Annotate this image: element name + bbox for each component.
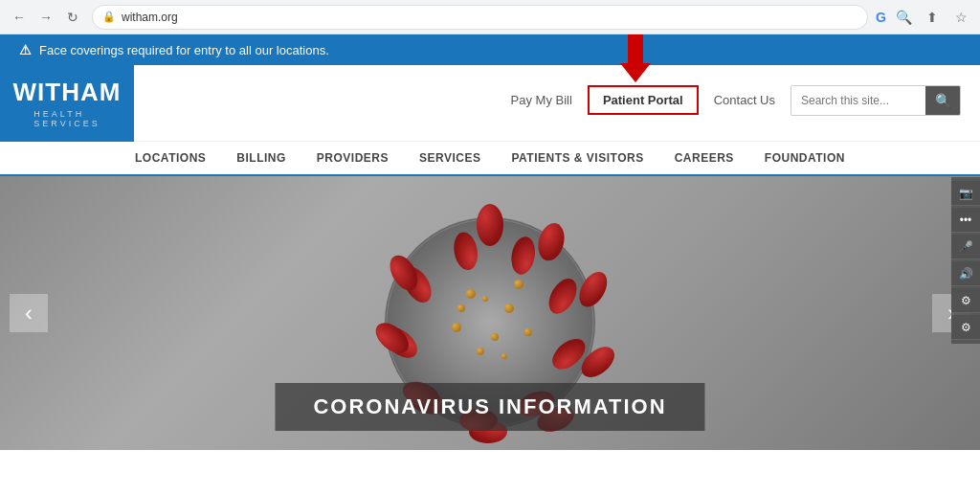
zoom-button[interactable]: 🔍: [892, 6, 915, 29]
site-header: WITHAM HEALTH SERVICES Pay My Bill Patie…: [0, 65, 980, 142]
svg-point-20: [466, 289, 476, 299]
hero-caption: CORONAVIRUS INFORMATION: [275, 383, 704, 431]
nav-careers[interactable]: CAREERS: [659, 142, 749, 174]
alert-bar: ⚠ Face coverings required for entry to a…: [0, 34, 980, 65]
bookmark-button[interactable]: ☆: [949, 6, 972, 29]
svg-point-28: [482, 296, 488, 302]
nav-patients-visitors[interactable]: PATIENTS & VISITORS: [496, 142, 658, 174]
carousel-prev-button[interactable]: ‹: [10, 294, 48, 332]
sidebar-gear-icon[interactable]: ⚙: [951, 315, 980, 340]
arrow-shaft: [628, 34, 643, 63]
sidebar-dot-icon[interactable]: •••: [951, 208, 980, 233]
search-input[interactable]: [791, 86, 925, 115]
nav-foundation[interactable]: FOUNDATION: [749, 142, 860, 174]
sidebar-sound-icon[interactable]: 🔊: [951, 261, 980, 286]
browser-actions: G 🔍 ⬆ ☆: [876, 6, 972, 29]
hero-section: ‹ › CORONAVIRUS INFORMATION: [0, 176, 980, 450]
nav-locations[interactable]: LOCATIONS: [120, 142, 221, 174]
arrow-head: [620, 63, 651, 82]
alert-text: Face coverings required for entry to all…: [39, 43, 329, 57]
svg-point-2: [477, 204, 503, 246]
nav-services[interactable]: SERVICES: [404, 142, 496, 174]
svg-point-26: [457, 304, 465, 312]
address-bar[interactable]: 🔒 witham.org: [92, 5, 868, 30]
svg-point-22: [491, 333, 499, 341]
sidebar-settings-icon[interactable]: ⚙: [951, 288, 980, 313]
share-button[interactable]: ⬆: [921, 6, 944, 29]
main-navigation: LOCATIONS BILLING PROVIDERS SERVICES PAT…: [0, 142, 980, 176]
nav-billing[interactable]: BILLING: [221, 142, 301, 174]
lock-icon: 🔒: [102, 11, 116, 23]
search-button[interactable]: 🔍: [925, 86, 960, 115]
patient-portal-button[interactable]: Patient Portal: [588, 85, 699, 115]
logo-name: WITHAM: [13, 78, 122, 107]
svg-point-25: [477, 348, 484, 355]
right-sidebar: 📷 ••• 🎤 🔊 ⚙ ⚙: [951, 177, 980, 344]
svg-point-29: [501, 353, 507, 359]
browser-nav-buttons: ← → ↻: [8, 6, 84, 29]
site-logo[interactable]: WITHAM HEALTH SERVICES: [0, 65, 134, 142]
header-top-links: Pay My Bill Patient Portal Contact Us 🔍: [511, 85, 961, 116]
nav-providers[interactable]: PROVIDERS: [301, 142, 404, 174]
alert-icon: ⚠: [19, 42, 32, 57]
url-text: witham.org: [122, 11, 178, 24]
google-icon: G: [876, 10, 886, 25]
sidebar-camera-icon[interactable]: 📷: [951, 181, 980, 206]
browser-chrome: ← → ↻ 🔒 witham.org G 🔍 ⬆ ☆: [0, 0, 980, 34]
contact-us-link[interactable]: Contact Us: [714, 93, 775, 107]
svg-point-23: [452, 323, 461, 332]
pay-my-bill-link[interactable]: Pay My Bill: [511, 93, 572, 107]
svg-point-27: [514, 280, 523, 289]
search-bar: 🔍: [791, 85, 961, 116]
logo-subtitle: HEALTH SERVICES: [33, 109, 100, 128]
reload-button[interactable]: ↻: [61, 6, 84, 29]
sidebar-mic-icon[interactable]: 🎤: [951, 235, 980, 259]
red-arrow-annotation: [620, 34, 651, 82]
svg-point-21: [504, 304, 514, 313]
header-right: Pay My Bill Patient Portal Contact Us 🔍: [134, 85, 961, 122]
forward-button[interactable]: →: [34, 6, 57, 29]
svg-point-24: [524, 328, 532, 336]
back-button[interactable]: ←: [8, 6, 31, 29]
